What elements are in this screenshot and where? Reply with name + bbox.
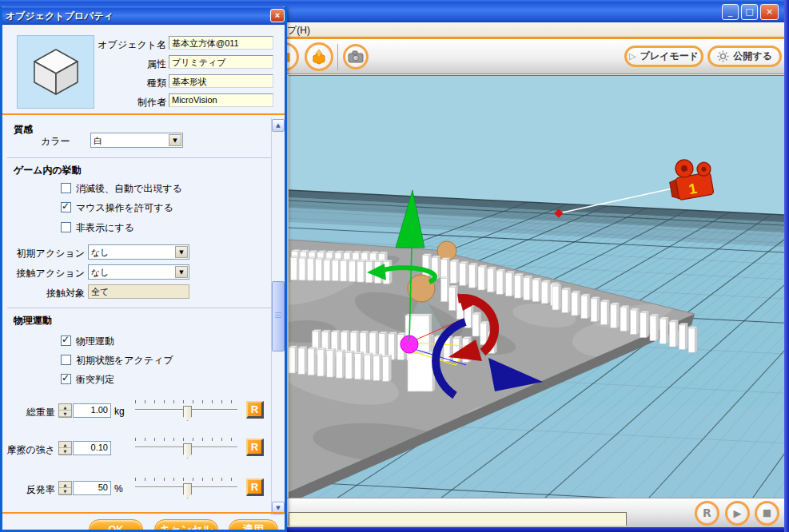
object-properties-dialog: オブジェクトプロパティ × オブジェクト名 基本立方体@011 属性 プリミティ… xyxy=(0,6,287,532)
contact-action-label: 接触アクション xyxy=(7,267,85,280)
contact-target-label: 接触対象 xyxy=(7,287,85,300)
checkbox-collision[interactable]: ✓ xyxy=(61,374,71,384)
behavior-section-header: ゲーム内の挙動 xyxy=(14,164,82,177)
attribute-label: 属性 xyxy=(74,58,166,71)
box-upload-icon xyxy=(310,48,328,66)
restitution-slider[interactable] xyxy=(135,478,237,488)
weight-unit: kg xyxy=(114,406,125,417)
restitution-stepper[interactable]: ▲▼ xyxy=(58,481,72,495)
initial-action-value: なし xyxy=(91,247,110,259)
weight-stepper[interactable]: ▲▼ xyxy=(58,403,72,418)
object-name-field[interactable]: 基本立方体@011 xyxy=(169,36,273,50)
menu-item-help[interactable]: プ(H) xyxy=(287,24,310,38)
window-right-edge xyxy=(784,0,789,532)
publish-label: 公開する xyxy=(733,50,772,63)
play-button[interactable]: ▶ xyxy=(725,501,750,526)
object-name-label: オブジェクト名 xyxy=(74,38,166,52)
weight-slider[interactable] xyxy=(135,400,237,411)
reset-button[interactable]: R xyxy=(695,501,719,526)
weight-reset-button[interactable]: R xyxy=(246,401,264,419)
sun-icon xyxy=(717,50,729,62)
restitution-label: 反発率 xyxy=(4,483,55,497)
contact-action-select[interactable]: なし ▼ xyxy=(88,264,189,280)
toolbar-button-screenshot[interactable] xyxy=(343,44,369,69)
restitution-field[interactable]: 50 xyxy=(73,481,111,495)
material-section-header: 質感 xyxy=(14,123,33,137)
maximize-button[interactable]: □ xyxy=(741,4,758,20)
contact-target-field: 全て xyxy=(88,284,189,299)
checkbox-initial-active[interactable]: ✓ xyxy=(61,355,71,365)
chevron-down-icon[interactable]: ▼ xyxy=(169,134,181,146)
kind-field[interactable]: 基本形状 xyxy=(169,74,273,88)
attribute-field[interactable]: プリミティブ xyxy=(169,55,273,69)
friction-reset-button[interactable]: R xyxy=(246,439,264,456)
scroll-up-icon[interactable]: ▲ xyxy=(272,119,285,132)
weight-field[interactable]: 1.00 xyxy=(73,403,111,418)
color-value: 白 xyxy=(94,135,102,147)
color-label: カラー xyxy=(41,135,70,149)
contact-action-value: なし xyxy=(91,267,110,279)
chevron-down-icon[interactable]: ▼ xyxy=(175,266,188,278)
minimize-button[interactable]: _ xyxy=(722,4,739,20)
restitution-unit: % xyxy=(114,483,123,494)
close-button[interactable]: × xyxy=(760,4,779,20)
scrollbar-thumb[interactable] xyxy=(272,281,285,351)
section-rule xyxy=(7,308,271,308)
friction-stepper[interactable]: ▲▼ xyxy=(58,441,72,455)
section-rule xyxy=(7,157,271,158)
camera-icon xyxy=(348,50,364,63)
checkbox-collision-label: 衝突判定 xyxy=(76,373,114,387)
3d-scene: 1 xyxy=(289,76,784,498)
checkbox-respawn[interactable]: ✓ xyxy=(61,183,71,193)
stop-button[interactable]: ■ xyxy=(755,501,779,526)
app-window: _ □ × プ(H) ▷ プレイモード xyxy=(0,0,789,532)
color-select[interactable]: 白 ▼ xyxy=(90,133,183,148)
dominoes xyxy=(291,250,393,284)
publish-button[interactable]: 公開する xyxy=(707,46,782,67)
checkbox-physics[interactable]: ✓ xyxy=(61,335,71,346)
chevron-down-icon[interactable]: ▼ xyxy=(175,246,188,258)
checkbox-hide[interactable]: ✓ xyxy=(61,222,71,232)
dialog-close-button[interactable]: × xyxy=(270,9,285,22)
toolbar-separator xyxy=(337,44,338,70)
checkbox-initial-active-label: 初期状態をアクティブ xyxy=(76,354,173,367)
message-input[interactable] xyxy=(289,512,627,526)
section-rule xyxy=(2,113,285,115)
play-mode-label: プレイモード xyxy=(640,50,699,63)
checkbox-respawn-label: 消滅後、自動で出現する xyxy=(76,182,182,196)
checkbox-mouse-control-label: マウス操作を許可する xyxy=(76,201,173,215)
friction-field[interactable]: 0.10 xyxy=(73,441,111,455)
friction-slider[interactable] xyxy=(135,438,237,448)
weight-label: 総重量 xyxy=(4,406,55,419)
kind-label: 種類 xyxy=(74,77,166,90)
footer-rule xyxy=(2,512,285,514)
creator-label: 制作者 xyxy=(74,96,166,109)
creator-field[interactable]: MicroVision xyxy=(169,93,273,107)
checkbox-mouse-control[interactable]: ✓ xyxy=(61,202,71,212)
cancel-button[interactable]: キャンセル xyxy=(154,519,218,532)
dialog-title: オブジェクトプロパティ xyxy=(6,10,114,23)
restitution-reset-button[interactable]: R xyxy=(246,478,264,496)
3d-viewport[interactable]: 1 xyxy=(289,75,784,498)
physics-section-header: 物理運動 xyxy=(14,314,52,328)
play-mode-button[interactable]: ▷ プレイモード xyxy=(624,46,703,67)
apply-button[interactable]: 適用 xyxy=(229,519,278,532)
checkbox-physics-label: 物理運動 xyxy=(76,335,114,348)
checkbox-hide-label: 非表示にする xyxy=(76,221,134,235)
play-outline-icon: ▷ xyxy=(629,51,636,62)
ok-button[interactable]: OK xyxy=(89,519,143,532)
friction-label: 摩擦の強さ xyxy=(4,443,55,457)
toolbar-button-export[interactable] xyxy=(305,42,333,71)
initial-action-label: 初期アクション xyxy=(7,247,85,260)
initial-action-select[interactable]: なし ▼ xyxy=(88,244,189,260)
